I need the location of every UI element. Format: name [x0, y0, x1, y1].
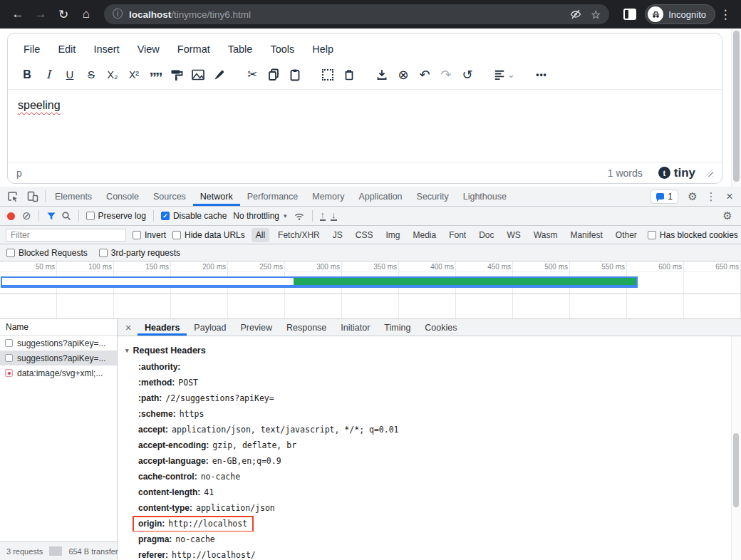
misspelled-word[interactable]: speeling — [18, 99, 61, 111]
detail-tab[interactable]: Preview — [234, 319, 279, 336]
bold-icon[interactable]: B — [16, 64, 38, 85]
select-all-icon[interactable] — [317, 64, 338, 85]
request-row[interactable]: suggestions?apiKey=... — [0, 351, 117, 365]
menu-item[interactable]: Insert — [86, 41, 126, 58]
devtools-tab[interactable]: Performance — [240, 187, 306, 206]
request-row[interactable]: data:image/svg+xml;... — [0, 365, 117, 380]
delete-icon[interactable] — [338, 64, 360, 85]
name-column-header[interactable]: Name — [0, 319, 117, 336]
detail-tab[interactable]: Initiator — [333, 319, 377, 336]
bookmark-star-icon[interactable]: ☆ — [591, 8, 601, 21]
cancel-icon[interactable]: ⊗ — [393, 64, 414, 85]
network-overview-timeline[interactable]: 50 ms100 ms150 ms200 ms250 ms300 ms350 m… — [0, 261, 741, 294]
resource-type-filter[interactable]: Wasm — [529, 228, 562, 242]
undo-icon[interactable]: ↶ — [414, 64, 435, 85]
page-scrollbar[interactable] — [731, 28, 741, 187]
detail-tab[interactable]: Payload — [187, 319, 233, 336]
devtools-tab[interactable]: Sources — [146, 187, 193, 206]
devtools-tab[interactable]: Console — [99, 187, 146, 206]
menu-item[interactable]: Format — [170, 41, 217, 58]
resource-type-filter[interactable]: Img — [381, 228, 404, 242]
search-icon[interactable] — [61, 211, 71, 221]
menu-item[interactable]: Help — [305, 41, 341, 58]
disable-cache-checkbox[interactable]: Disable cache — [161, 211, 227, 221]
resource-type-filter[interactable]: JS — [328, 228, 347, 242]
back-icon[interactable]: ← — [7, 4, 28, 25]
request-row[interactable]: suggestions?apiKey=... — [0, 336, 117, 351]
resource-type-filter[interactable]: Other — [611, 228, 641, 242]
device-toolbar-icon[interactable] — [23, 187, 43, 206]
import-har-icon[interactable]: ↑ — [320, 211, 326, 221]
reload-icon[interactable]: ↻ — [53, 4, 74, 25]
clear-icon[interactable]: ⊘ — [22, 209, 31, 222]
filter-toggle-icon[interactable] — [46, 212, 56, 221]
address-bar[interactable]: ⓘ localhost/tinymce/tiny6.html ☆ — [104, 4, 609, 24]
devtools-tab[interactable]: Lighthouse — [456, 187, 514, 206]
menu-item[interactable]: Table — [221, 41, 260, 58]
filter-input[interactable] — [6, 229, 126, 242]
permanent-pen-icon[interactable] — [209, 64, 230, 85]
devtools-close-icon[interactable]: × — [721, 187, 738, 206]
detail-tab[interactable]: Timing — [377, 319, 418, 336]
menu-item[interactable]: File — [16, 41, 47, 58]
inspect-element-icon[interactable] — [3, 187, 23, 206]
resource-type-filter[interactable]: Doc — [475, 228, 498, 242]
blockquote-icon[interactable]: ”” — [145, 64, 166, 85]
resource-type-filter[interactable]: All — [252, 228, 269, 242]
invert-checkbox[interactable]: Invert — [133, 230, 166, 240]
browser-menu-icon[interactable]: ⋮ — [717, 4, 734, 24]
redo-icon[interactable]: ↷ — [435, 64, 457, 85]
detail-tab[interactable]: Headers — [138, 319, 187, 336]
menu-item[interactable]: View — [130, 41, 167, 58]
resource-type-filter[interactable]: Font — [445, 228, 470, 242]
settings-gear-icon[interactable]: ⚙ — [684, 187, 701, 206]
eye-off-icon[interactable] — [569, 9, 582, 20]
italic-icon[interactable]: I — [38, 64, 59, 85]
cut-icon[interactable]: ✂ — [242, 64, 263, 85]
export-har-icon[interactable]: ↓ — [331, 211, 337, 221]
hide-data-urls-checkbox[interactable]: Hide data URLs — [172, 230, 245, 240]
editor-content[interactable]: speeling — [8, 89, 722, 162]
close-detail-icon[interactable]: × — [120, 319, 136, 336]
more-tools-icon[interactable]: ••• — [531, 64, 552, 85]
paste-icon[interactable] — [284, 64, 306, 85]
devtools-tab[interactable]: Elements — [48, 187, 99, 206]
format-painter-icon[interactable] — [166, 64, 187, 85]
detail-scrollbar[interactable] — [731, 336, 741, 560]
devtools-tab[interactable]: Security — [410, 187, 456, 206]
preserve-log-checkbox[interactable]: Preserve log — [86, 211, 146, 221]
home-icon[interactable]: ⌂ — [76, 4, 97, 25]
element-path[interactable]: p — [16, 167, 22, 179]
record-icon[interactable] — [7, 212, 15, 220]
superscript-icon[interactable]: X² — [123, 64, 145, 85]
devtools-tab[interactable]: Memory — [305, 187, 351, 206]
devtools-tab[interactable]: Network — [193, 187, 240, 206]
tiny-branding[interactable]: t tiny — [658, 166, 695, 180]
resource-type-filter[interactable]: Manifest — [566, 228, 606, 242]
blocked-requests-checkbox[interactable]: Blocked Requests — [6, 248, 88, 258]
network-conditions-icon[interactable] — [294, 211, 305, 222]
resource-type-filter[interactable]: CSS — [351, 228, 378, 242]
menu-item[interactable]: Edit — [51, 41, 83, 58]
throttling-dropdown[interactable]: No throttling ▾ — [232, 211, 288, 221]
request-headers-section[interactable]: ▾ Request Headers — [125, 342, 727, 359]
devtools-tab[interactable]: Application — [351, 187, 409, 206]
subscript-icon[interactable]: X₂ — [102, 64, 123, 85]
insert-image-icon[interactable] — [187, 64, 209, 85]
download-icon[interactable] — [371, 64, 393, 85]
third-party-requests-checkbox[interactable]: 3rd-party requests — [99, 248, 180, 258]
resize-handle-icon[interactable] — [705, 169, 713, 177]
detail-tab[interactable]: Response — [279, 319, 333, 336]
has-blocked-cookies-checkbox[interactable]: Has blocked cookies — [648, 230, 738, 240]
devtools-menu-icon[interactable]: ⋮ — [703, 187, 720, 206]
detail-scrollbar-thumb[interactable] — [733, 433, 739, 507]
resource-type-filter[interactable]: WS — [503, 228, 525, 242]
underline-icon[interactable]: U — [59, 64, 81, 85]
detail-tab[interactable]: Cookies — [418, 319, 464, 336]
resource-type-filter[interactable]: Media — [408, 228, 440, 242]
strikethrough-icon[interactable]: S — [81, 64, 102, 85]
restore-draft-icon[interactable]: ↺ — [457, 64, 478, 85]
word-count[interactable]: 1 words — [608, 167, 643, 179]
side-panel-icon[interactable] — [623, 9, 636, 20]
forward-icon[interactable]: → — [30, 4, 51, 25]
